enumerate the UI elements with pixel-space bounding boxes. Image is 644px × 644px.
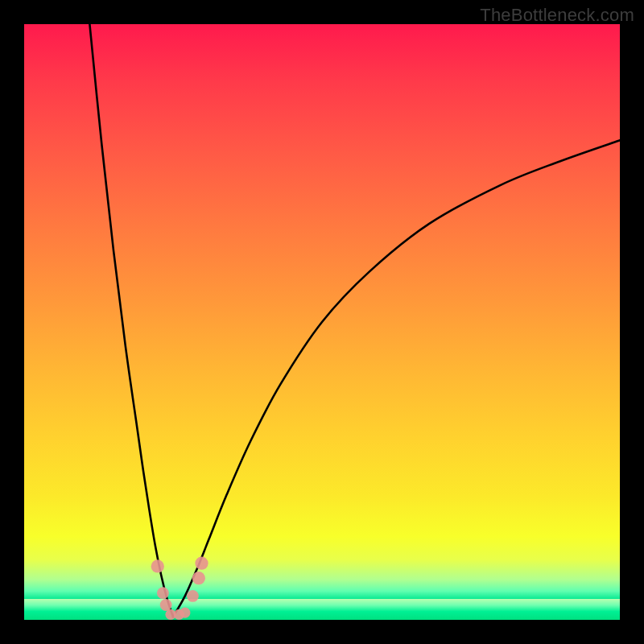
chart-frame: TheBottleneck.com [0,0,644,644]
min-dot-3 [180,607,190,617]
right-dot-mid [192,572,205,584]
left-dot-low [160,599,172,611]
right-dot-low [187,590,199,602]
curve-layer [24,24,620,620]
plot-area [24,24,620,620]
right-dot-upper [195,557,208,570]
curve-left-branch [89,24,173,617]
left-dot-mid [157,587,169,599]
left-dot-upper [151,559,164,572]
curve-right-branch [173,140,620,617]
watermark-label: TheBottleneck.com [480,5,634,26]
